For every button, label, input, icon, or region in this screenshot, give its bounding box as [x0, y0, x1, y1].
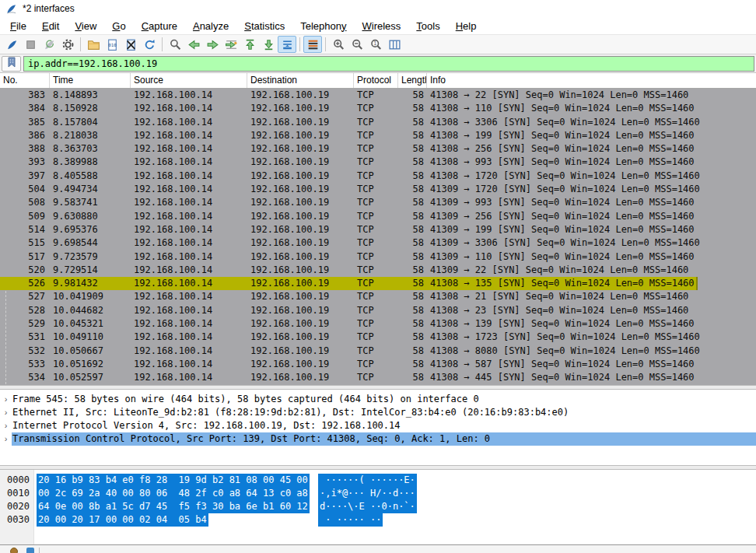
packet-row[interactable]: 5049.494734192.168.100.14192.168.100.19T… [0, 183, 756, 196]
hex-bytes-highlighted[interactable]: 20 00 20 17 00 00 02 04 05 b4 [37, 513, 208, 527]
packet-row[interactable]: 52810.044682192.168.100.14192.168.100.19… [0, 304, 756, 317]
reload-file-button[interactable] [140, 36, 159, 53]
menu-edit[interactable]: Edit [34, 19, 67, 33]
detail-row[interactable]: ›Frame 545: 58 bytes on wire (464 bits),… [0, 393, 756, 406]
zoom-in-button[interactable] [329, 36, 348, 53]
stop-capture-button[interactable] [21, 36, 40, 53]
expand-chevron-icon[interactable]: › [0, 393, 12, 406]
hex-ascii-highlighted[interactable]: · ····· ·· [318, 513, 383, 527]
auto-scroll-button[interactable] [278, 36, 296, 53]
go-forward-button[interactable] [203, 36, 222, 53]
packet-row[interactable]: 5099.630880192.168.100.14192.168.100.19T… [0, 210, 756, 223]
menu-tools[interactable]: Tools [408, 19, 447, 33]
menu-help[interactable]: Help [448, 19, 485, 33]
filter-bookmark-button[interactable] [2, 56, 21, 72]
menu-wireless[interactable]: Wireless [355, 19, 409, 33]
hex-row[interactable]: 003020 00 20 17 00 00 02 04 05 b4 · ····… [0, 513, 756, 527]
column-header-destination[interactable]: Destination [247, 73, 354, 88]
cell-destination: 192.168.100.19 [247, 129, 354, 142]
hex-ascii-highlighted[interactable]: d····\·E ··0·n·`· [318, 500, 417, 513]
packet-row[interactable]: 5149.695376192.168.100.14192.168.100.19T… [0, 223, 756, 236]
packet-row[interactable]: 53310.051692192.168.100.14192.168.100.19… [0, 358, 756, 371]
menu-view[interactable]: View [67, 19, 104, 33]
colorize-packets-button[interactable] [303, 36, 322, 53]
column-header-source[interactable]: Source [131, 73, 247, 88]
packet-row[interactable]: 53110.049110192.168.100.14192.168.100.19… [0, 331, 756, 344]
capture-comment-icon[interactable] [26, 548, 34, 553]
cell-info: 41308 → 22 [SYN] Seq=0 Win=1024 Len=0 MS… [427, 89, 756, 102]
window-title: *2 interfaces [23, 3, 75, 14]
go-first-packet-button[interactable] [240, 36, 259, 53]
expand-chevron-icon[interactable]: › [0, 419, 12, 432]
packet-row[interactable]: 5159.698544192.168.100.14192.168.100.19T… [0, 236, 756, 250]
restart-capture-button[interactable] [40, 36, 58, 53]
hex-row[interactable]: 002064 0e 00 8b a1 5c d7 45 f5 f3 30 ba … [0, 500, 756, 513]
toolbar-separator [80, 37, 81, 51]
packet-row[interactable]: 3848.150928192.168.100.14192.168.100.19T… [0, 102, 756, 115]
packet-row[interactable]: 5209.729514192.168.100.14192.168.100.19T… [0, 264, 756, 277]
menu-go[interactable]: Go [104, 19, 133, 33]
cell-length: 58 [398, 170, 427, 183]
packet-row[interactable]: 5089.583741192.168.100.14192.168.100.19T… [0, 196, 756, 209]
cell-source: 192.168.100.14 [131, 183, 247, 196]
column-header-length[interactable]: Length [398, 73, 427, 88]
detail-row[interactable]: ›Internet Protocol Version 4, Src: 192.1… [0, 419, 756, 432]
hex-ascii-highlighted[interactable]: ·,i*@··· H/··d··· [318, 487, 417, 500]
hex-row[interactable]: 000020 16 b9 83 b4 e0 f8 28 19 9d b2 81 … [0, 474, 756, 487]
menu-telephony[interactable]: Telephony [292, 19, 354, 33]
detail-row-selected[interactable]: ›Transmission Control Protocol, Src Port… [0, 432, 756, 446]
packet-row[interactable]: 3868.218038192.168.100.14192.168.100.19T… [0, 129, 756, 142]
packet-row-selected[interactable]: 5269.981432192.168.100.14192.168.100.19T… [0, 277, 756, 290]
open-file-button[interactable] [84, 36, 103, 53]
stop-capture-icon [24, 38, 37, 51]
column-header-time[interactable]: Time [50, 73, 131, 88]
hex-ascii-highlighted[interactable]: ······( ······E· [318, 474, 417, 487]
cell-source: 192.168.100.14 [131, 89, 247, 102]
capture-options-button[interactable] [58, 36, 77, 53]
column-header-no[interactable]: No. [0, 73, 50, 88]
column-header-protocol[interactable]: Protocol [354, 73, 398, 88]
detail-text: Frame 545: 58 bytes on wire (464 bits), … [12, 393, 756, 406]
expand-chevron-icon[interactable]: › [0, 406, 12, 419]
go-to-packet-button[interactable] [222, 36, 240, 53]
packet-row[interactable]: 3938.389988192.168.100.14192.168.100.19T… [0, 156, 756, 169]
go-last-packet-button[interactable] [259, 36, 278, 53]
cell-time: 8.150928 [50, 102, 131, 115]
hex-row[interactable]: 001000 2c 69 2a 40 00 80 06 48 2f c0 a8 … [0, 487, 756, 500]
hex-bytes-highlighted[interactable]: 20 16 b9 83 b4 e0 f8 28 19 9d b2 81 08 0… [37, 474, 310, 487]
cell-length: 58 [398, 264, 427, 277]
packet-row[interactable]: 3858.157804192.168.100.14192.168.100.19T… [0, 116, 756, 129]
packet-row[interactable]: 53410.052597192.168.100.14192.168.100.19… [0, 371, 756, 384]
packet-row[interactable]: 5179.723579192.168.100.14192.168.100.19T… [0, 250, 756, 264]
capture-options-icon [61, 38, 75, 51]
menu-analyze[interactable]: Analyze [185, 19, 236, 33]
packet-row[interactable]: 3888.363703192.168.100.14192.168.100.19T… [0, 142, 756, 156]
expand-chevron-icon[interactable]: › [0, 432, 12, 446]
packet-row[interactable]: 53210.050667192.168.100.14192.168.100.19… [0, 345, 756, 358]
packet-row[interactable]: 52710.041909192.168.100.14192.168.100.19… [0, 290, 756, 303]
resize-columns-button[interactable] [385, 36, 404, 53]
hex-bytes-highlighted[interactable]: 64 0e 00 8b a1 5c d7 45 f5 f3 30 ba 6e b… [37, 500, 310, 513]
menu-capture[interactable]: Capture [134, 19, 185, 33]
packet-row[interactable]: 3978.405588192.168.100.14192.168.100.19T… [0, 170, 756, 183]
detail-row[interactable]: ›Ethernet II, Src: LiteonTe_9d:b2:81 (f8… [0, 406, 756, 419]
menu-statistics[interactable]: Statistics [236, 19, 292, 33]
display-filter-input[interactable] [23, 56, 754, 72]
column-header-info[interactable]: Info [427, 73, 756, 88]
menu-file[interactable]: File [2, 19, 34, 33]
zoom-normal-button[interactable]: 1 [366, 36, 385, 53]
cell-source: 192.168.100.14 [131, 116, 247, 129]
go-back-button[interactable] [184, 36, 203, 53]
packet-row[interactable]: 3838.148893192.168.100.14192.168.100.19T… [0, 89, 756, 102]
packet-row[interactable]: 52910.045321192.168.100.14192.168.100.19… [0, 317, 756, 331]
close-file-button[interactable] [121, 36, 140, 53]
zoom-out-button[interactable] [348, 36, 366, 53]
start-capture-button[interactable] [2, 36, 21, 53]
cell-time: 8.148893 [50, 89, 131, 102]
cell-info: 41309 → 199 [SYN] Seq=0 Win=1024 Len=0 M… [427, 223, 756, 236]
hex-bytes-highlighted[interactable]: 00 2c 69 2a 40 00 80 06 48 2f c0 a8 64 1… [37, 487, 310, 500]
statusbar-divider [39, 548, 40, 553]
save-file-button[interactable]: 010 [103, 36, 121, 53]
expert-info-icon[interactable] [10, 548, 18, 553]
find-packet-button[interactable] [166, 36, 184, 53]
